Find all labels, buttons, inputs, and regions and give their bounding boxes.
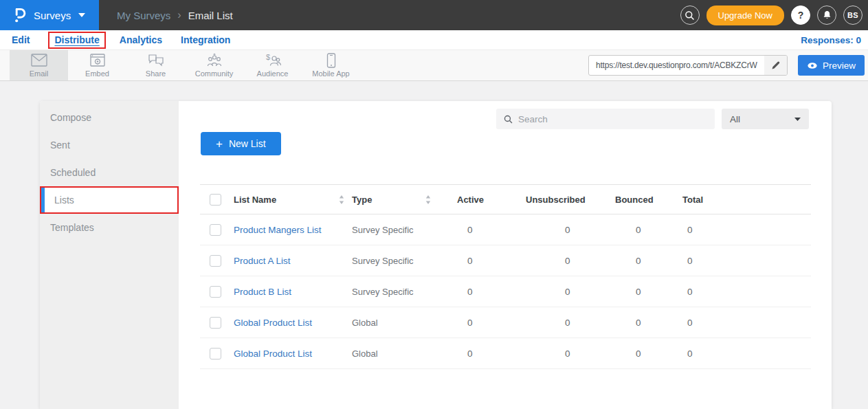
new-list-button-label: New List <box>229 138 266 149</box>
responses-count[interactable]: Responses: 0 <box>801 35 868 45</box>
sort-icon[interactable] <box>425 195 431 204</box>
lists-table: List Name Type Active Unsubsc <box>200 184 811 369</box>
tab-integration[interactable]: Integration <box>181 34 230 45</box>
notifications-button[interactable] <box>817 5 836 25</box>
bounced-count: 0 <box>594 256 663 266</box>
column-bounced: Bounced <box>594 195 663 205</box>
bounced-count: 0 <box>594 225 663 235</box>
total-count: 0 <box>663 225 811 235</box>
preview-button-label: Preview <box>823 60 856 71</box>
preview-button[interactable]: Preview <box>798 55 865 76</box>
survey-url-text: https://test.dev.questionpro.com/t/ACBKZ… <box>589 60 764 70</box>
list-name-link[interactable]: Global Product List <box>234 349 312 359</box>
row-checkbox[interactable] <box>210 348 221 360</box>
annotation-box-distribute: Distribute <box>48 32 105 49</box>
header-actions: Upgrade Now ? BS <box>680 5 868 25</box>
breadcrumb-parent[interactable]: My Surveys <box>117 10 170 21</box>
select-all-checkbox[interactable] <box>210 194 221 206</box>
email-icon <box>30 53 49 68</box>
column-list-name[interactable]: List Name <box>234 195 276 205</box>
tab-distribute[interactable]: Distribute <box>54 34 99 45</box>
questionpro-app: Surveys My Surveys › Email List Upgrade … <box>0 0 868 409</box>
sidebar-item-compose[interactable]: Compose <box>40 104 179 131</box>
survey-tab-bar: Edit Distribute Analytics Integration Re… <box>0 30 868 50</box>
upgrade-now-button[interactable]: Upgrade Now <box>706 5 785 25</box>
top-header: Surveys My Surveys › Email List Upgrade … <box>0 0 868 30</box>
table-row: Global Product List Global 0 0 0 0 <box>200 307 811 338</box>
table-row: Product A List Survey Specific 0 0 0 0 <box>200 245 811 276</box>
channel-audience-label: Audience <box>257 69 289 78</box>
list-name-link[interactable]: Product Mangers List <box>234 225 322 235</box>
row-checkbox[interactable] <box>210 255 221 267</box>
chevron-down-icon <box>78 13 85 17</box>
list-name-link[interactable]: Global Product List <box>234 318 312 328</box>
column-active: Active <box>436 195 505 205</box>
community-icon <box>205 53 224 68</box>
sidebar-item-templates[interactable]: Templates <box>40 214 179 241</box>
edit-url-button[interactable] <box>764 56 787 75</box>
search-icon <box>685 10 695 21</box>
avatar-initials: BS <box>847 11 858 19</box>
lists-panel: All + New List List Name <box>179 101 832 409</box>
row-checkbox[interactable] <box>210 224 221 236</box>
search-input[interactable] <box>518 114 697 124</box>
plus-icon: + <box>216 138 223 150</box>
sidebar-item-sent[interactable]: Sent <box>40 131 179 159</box>
list-name-link[interactable]: Product A List <box>234 256 291 266</box>
user-avatar[interactable]: BS <box>843 5 863 25</box>
total-count: 0 <box>663 287 811 297</box>
table-body: Product Mangers List Survey Specific 0 0… <box>200 214 811 369</box>
total-count: 0 <box>663 256 811 266</box>
channel-email[interactable]: Email <box>10 50 68 80</box>
list-type: Survey Specific <box>352 256 414 266</box>
list-type: Global <box>352 349 378 359</box>
list-name-link[interactable]: Product B List <box>234 287 291 297</box>
active-count: 0 <box>436 256 505 266</box>
row-checkbox[interactable] <box>210 286 221 298</box>
channel-mobile-app-label: Mobile App <box>312 69 349 78</box>
email-sidebar: Compose Sent Scheduled Lists Templates <box>40 101 179 409</box>
survey-url-field[interactable]: https://test.dev.questionpro.com/t/ACBKZ… <box>588 55 788 76</box>
channel-embed[interactable]: Embed <box>68 50 126 80</box>
page-background: Compose Sent Scheduled Lists Templates <box>0 101 868 409</box>
unsubscribed-count: 0 <box>505 349 594 359</box>
audience-icon: $ <box>263 53 282 68</box>
new-list-button[interactable]: + New List <box>201 132 281 155</box>
list-type-filter[interactable]: All <box>722 109 809 129</box>
channel-community-label: Community <box>195 69 234 78</box>
tab-analytics[interactable]: Analytics <box>120 34 162 45</box>
total-count: 0 <box>663 349 811 359</box>
active-count: 0 <box>436 287 505 297</box>
help-button[interactable]: ? <box>791 5 810 25</box>
product-switcher-label: Surveys <box>34 10 71 21</box>
column-type[interactable]: Type <box>352 195 372 205</box>
active-count: 0 <box>436 318 505 328</box>
channel-email-label: Email <box>30 69 49 78</box>
list-type: Global <box>352 318 378 328</box>
filter-value: All <box>730 114 740 124</box>
product-switcher[interactable]: Surveys <box>0 0 99 30</box>
share-icon <box>147 53 165 68</box>
search-box[interactable] <box>496 109 715 129</box>
tab-edit[interactable]: Edit <box>12 34 30 45</box>
sort-icon[interactable] <box>339 195 344 204</box>
breadcrumb-current: Email List <box>188 10 233 21</box>
chevron-down-icon <box>794 118 801 121</box>
channel-community[interactable]: Community <box>185 50 243 80</box>
pencil-icon <box>771 61 780 70</box>
sidebar-item-scheduled[interactable]: Scheduled <box>40 159 179 186</box>
unsubscribed-count: 0 <box>505 225 594 235</box>
channel-audience[interactable]: $ Audience <box>243 50 302 80</box>
mobile-app-icon <box>326 53 336 68</box>
channel-mobile-app[interactable]: Mobile App <box>302 50 360 80</box>
sidebar-item-lists[interactable]: Lists <box>40 186 179 214</box>
total-count: 0 <box>663 318 811 328</box>
row-checkbox[interactable] <box>210 317 221 329</box>
breadcrumb-separator-icon: › <box>177 10 181 21</box>
list-type: Survey Specific <box>352 225 414 235</box>
embed-icon <box>89 53 106 68</box>
column-unsubscribed: Unsubscribed <box>505 195 594 205</box>
bounced-count: 0 <box>594 349 663 359</box>
search-button[interactable] <box>680 5 700 25</box>
channel-share[interactable]: Share <box>126 50 185 80</box>
